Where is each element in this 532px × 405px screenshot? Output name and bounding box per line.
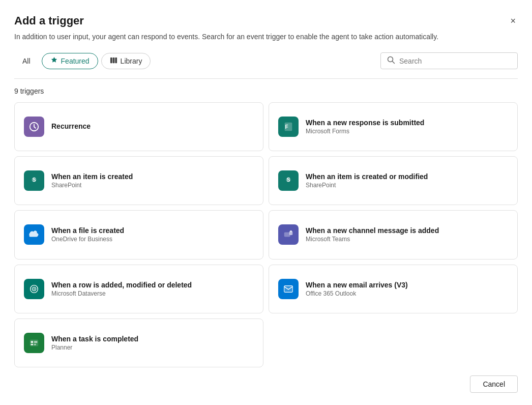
trigger-icon-forms: F bbox=[278, 117, 299, 137]
trigger-text-forms: When a new response is submitted Microso… bbox=[306, 119, 424, 135]
tab-library[interactable]: Library bbox=[101, 53, 151, 69]
triggers-grid: Recurrence F When a new response is subm… bbox=[14, 102, 518, 367]
tab-featured-label: Featured bbox=[61, 57, 90, 65]
svg-rect-18 bbox=[284, 285, 293, 292]
cancel-button[interactable]: Cancel bbox=[470, 375, 518, 393]
trigger-card-dataverse[interactable]: When a row is added, modified or deleted… bbox=[14, 265, 263, 313]
trigger-source-planner: Planner bbox=[51, 344, 138, 351]
filter-bar: All Featured Library bbox=[14, 52, 518, 69]
search-input[interactable] bbox=[399, 57, 511, 65]
svg-rect-20 bbox=[31, 341, 34, 343]
dialog-subtitle: In addition to user input, your agent ca… bbox=[14, 32, 462, 42]
trigger-source-outlook: Office 365 Outlook bbox=[306, 290, 408, 297]
trigger-icon-sp-created: S bbox=[24, 170, 44, 191]
divider bbox=[14, 78, 518, 79]
trigger-name-dataverse: When a row is added, modified or deleted bbox=[51, 281, 192, 289]
search-box bbox=[380, 52, 518, 69]
close-button[interactable]: × bbox=[508, 14, 518, 27]
dialog-header: Add a trigger × bbox=[14, 14, 518, 27]
trigger-text-outlook: When a new email arrives (V3) Office 365… bbox=[306, 281, 408, 297]
trigger-card-onedrive[interactable]: When a file is created OneDrive for Busi… bbox=[14, 210, 263, 259]
svg-point-17 bbox=[34, 288, 35, 290]
trigger-icon-recurrence bbox=[24, 117, 44, 137]
trigger-text-planner: When a task is completed Planner bbox=[51, 335, 138, 351]
trigger-name-outlook: When a new email arrives (V3) bbox=[306, 281, 408, 289]
svg-rect-2 bbox=[115, 57, 117, 63]
trigger-icon-teams bbox=[278, 224, 299, 245]
svg-rect-21 bbox=[31, 344, 34, 345]
svg-text:S: S bbox=[287, 177, 290, 183]
trigger-source-forms: Microsoft Forms bbox=[306, 128, 424, 135]
trigger-icon-dataverse bbox=[24, 279, 44, 299]
trigger-name-recurrence: Recurrence bbox=[51, 122, 91, 130]
tab-library-label: Library bbox=[121, 57, 142, 65]
trigger-icon-outlook bbox=[278, 279, 299, 299]
trigger-name-forms: When a new response is submitted bbox=[306, 119, 424, 127]
add-trigger-dialog: Add a trigger × In addition to user inpu… bbox=[0, 0, 532, 405]
trigger-icon-onedrive bbox=[24, 224, 44, 245]
svg-text:S: S bbox=[33, 177, 36, 183]
trigger-card-recurrence[interactable]: Recurrence bbox=[14, 102, 263, 151]
dialog-title: Add a trigger bbox=[14, 14, 84, 27]
tab-all[interactable]: All bbox=[14, 54, 39, 68]
trigger-source-dataverse: Microsoft Dataverse bbox=[51, 290, 192, 297]
trigger-icon-planner bbox=[24, 333, 44, 353]
trigger-source-teams: Microsoft Teams bbox=[306, 236, 439, 243]
trigger-card-sp-created[interactable]: S When an item is created SharePoint bbox=[14, 156, 263, 205]
tab-featured[interactable]: Featured bbox=[42, 53, 98, 69]
trigger-text-sp-modified: When an item is created or modified Shar… bbox=[306, 172, 428, 189]
trigger-name-sp-modified: When an item is created or modified bbox=[306, 172, 428, 181]
filter-tabs: All Featured Library bbox=[14, 53, 151, 69]
trigger-card-forms[interactable]: F When a new response is submitted Micro… bbox=[269, 102, 518, 151]
svg-rect-1 bbox=[112, 57, 114, 63]
trigger-name-sp-created: When an item is created bbox=[51, 172, 133, 181]
trigger-text-recurrence: Recurrence bbox=[51, 122, 91, 131]
star-icon bbox=[50, 56, 58, 66]
trigger-source-sp-modified: SharePoint bbox=[306, 182, 428, 189]
trigger-source-onedrive: OneDrive for Business bbox=[51, 236, 124, 243]
trigger-text-sp-created: When an item is created SharePoint bbox=[51, 172, 133, 189]
svg-point-14 bbox=[290, 230, 292, 233]
trigger-icon-sp-modified: S bbox=[278, 170, 299, 191]
trigger-name-planner: When a task is completed bbox=[51, 335, 138, 343]
trigger-card-teams[interactable]: When a new channel message is added Micr… bbox=[269, 210, 518, 259]
svg-line-4 bbox=[393, 62, 395, 64]
trigger-name-teams: When a new channel message is added bbox=[306, 226, 439, 235]
search-icon bbox=[387, 56, 395, 66]
dialog-footer: Cancel bbox=[14, 367, 518, 405]
trigger-text-onedrive: When a file is created OneDrive for Busi… bbox=[51, 226, 124, 243]
trigger-name-onedrive: When a file is created bbox=[51, 226, 124, 235]
svg-rect-0 bbox=[110, 57, 112, 63]
trigger-text-dataverse: When a row is added, modified or deleted… bbox=[51, 281, 192, 297]
trigger-text-teams: When a new channel message is added Micr… bbox=[306, 226, 439, 243]
trigger-card-sp-modified[interactable]: S When an item is created or modified Sh… bbox=[269, 156, 518, 205]
svg-rect-22 bbox=[34, 341, 37, 343]
svg-rect-23 bbox=[34, 344, 36, 345]
svg-text:F: F bbox=[285, 124, 288, 130]
triggers-count: 9 triggers bbox=[14, 87, 518, 95]
trigger-source-sp-created: SharePoint bbox=[51, 182, 133, 189]
trigger-card-planner[interactable]: When a task is completed Planner bbox=[14, 319, 263, 367]
trigger-card-outlook[interactable]: When a new email arrives (V3) Office 365… bbox=[269, 265, 518, 313]
library-icon bbox=[110, 56, 117, 66]
